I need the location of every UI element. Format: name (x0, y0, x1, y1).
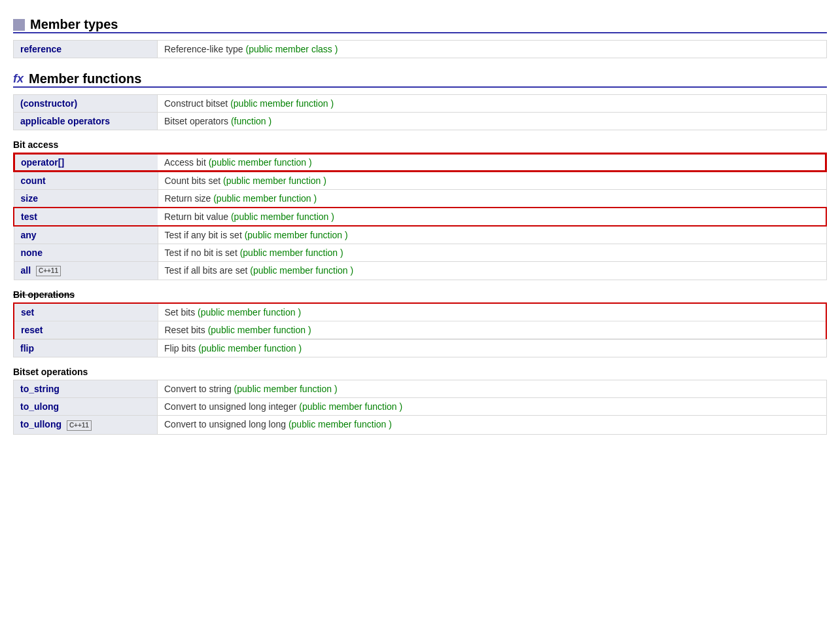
table-row: any Test if any bit is set (public membe… (14, 226, 826, 244)
func-desc: Reset bits (public member function ) (158, 321, 826, 339)
func-name[interactable]: flip (14, 340, 158, 357)
table-row: test Return bit value (public member fun… (14, 208, 826, 226)
cpp11-badge: C++11 (67, 420, 92, 431)
member-types-icon (13, 19, 25, 31)
table-row: count Count bits set (public member func… (14, 172, 826, 190)
bit-access-table: operator[] Access bit (public member fun… (13, 153, 827, 280)
table-row: set Set bits (public member function ) (14, 303, 826, 321)
func-label: (function ) (231, 116, 271, 126)
func-name[interactable]: operator[] (14, 153, 158, 172)
bit-access-title: Bit access (13, 139, 827, 150)
member-type-description: Reference-like type (public member class… (158, 41, 827, 58)
table-row: operator[] Access bit (public member fun… (14, 153, 826, 172)
table-row: flip Flip bits (public member function ) (14, 340, 827, 357)
func-label: (public member function ) (223, 175, 326, 186)
func-name[interactable]: any (14, 226, 158, 244)
func-desc: Convert to unsigned long integer (public… (158, 398, 827, 416)
func-name[interactable]: to_ullong C++11 (14, 416, 158, 434)
fx-icon: fx (13, 72, 24, 86)
func-desc: Convert to string (public member functio… (158, 380, 827, 398)
member-types-table: reference Reference-like type (public me… (13, 40, 827, 58)
func-label: (public member function ) (230, 98, 334, 109)
bit-operations-table-highlighted: set Set bits (public member function ) r… (13, 302, 827, 339)
member-type-label: (public member class ) (246, 44, 338, 54)
table-row: to_ulong Convert to unsigned long intege… (14, 398, 827, 416)
bitset-operations-table: to_string Convert to string (public memb… (13, 380, 827, 434)
func-label: (public member function ) (213, 193, 317, 204)
func-label: (public member function ) (234, 384, 338, 394)
top-functions-table: (constructor) Construct bitset (public m… (13, 94, 827, 130)
bit-operations-title: Bit operations (13, 289, 827, 300)
func-name[interactable]: count (14, 172, 158, 190)
func-desc: Access bit (public member function ) (158, 153, 826, 172)
func-name[interactable]: to_ulong (14, 398, 158, 416)
func-desc: Test if all bits are set (public member … (158, 262, 826, 280)
func-name[interactable]: to_string (14, 380, 158, 398)
func-name[interactable]: applicable operators (14, 113, 158, 130)
member-type-name[interactable]: reference (14, 41, 158, 58)
func-label: (public member function ) (299, 401, 402, 412)
func-label: (public member function ) (208, 325, 311, 335)
bitset-operations-title: Bitset operations (13, 367, 827, 377)
func-desc: Bitset operators (function ) (158, 113, 827, 130)
member-functions-heading: fx Member functions (13, 71, 827, 88)
member-functions-section: fx Member functions (constructor) Constr… (13, 71, 827, 435)
func-desc: Test if no bit is set (public member fun… (158, 244, 826, 262)
table-row: to_ullong C++11 Convert to unsigned long… (14, 416, 827, 434)
table-row: size Return size (public member function… (14, 190, 826, 208)
func-desc: Count bits set (public member function ) (158, 172, 826, 190)
func-label: (public member function ) (209, 157, 312, 168)
func-label: (public member function ) (245, 230, 348, 240)
table-row: applicable operators Bitset operators (f… (14, 113, 827, 130)
func-desc: Set bits (public member function ) (158, 303, 826, 321)
table-row: (constructor) Construct bitset (public m… (14, 95, 827, 113)
member-types-section: Member types reference Reference-like ty… (13, 17, 827, 58)
func-label: (public member function ) (250, 265, 353, 276)
func-desc: Test if any bit is set (public member fu… (158, 226, 826, 244)
func-label: (public member function ) (198, 343, 302, 354)
func-label: (public member function ) (231, 211, 334, 222)
table-row: all C++11 Test if all bits are set (publ… (14, 262, 826, 280)
member-types-heading: Member types (13, 17, 827, 33)
func-name[interactable]: none (14, 244, 158, 262)
bit-operations-table: flip Flip bits (public member function ) (13, 339, 827, 357)
func-name[interactable]: set (14, 303, 158, 321)
func-name[interactable]: size (14, 190, 158, 208)
func-desc: Convert to unsigned long long (public me… (158, 416, 827, 434)
page-container: Member types reference Reference-like ty… (0, 0, 840, 452)
func-desc: Construct bitset (public member function… (158, 95, 827, 113)
member-types-title: Member types (30, 17, 118, 32)
table-row: none Test if no bit is set (public membe… (14, 244, 826, 262)
func-name[interactable]: (constructor) (14, 95, 158, 113)
func-label: (public member function ) (198, 307, 301, 318)
member-functions-title: Member functions (29, 71, 141, 86)
table-row: to_string Convert to string (public memb… (14, 380, 827, 398)
func-name[interactable]: test (14, 208, 158, 226)
func-desc: Flip bits (public member function ) (158, 340, 827, 357)
func-desc: Return size (public member function ) (158, 190, 826, 208)
func-desc: Return bit value (public member function… (158, 208, 826, 226)
table-row: reset Reset bits (public member function… (14, 321, 826, 339)
func-name[interactable]: reset (14, 321, 158, 339)
func-name[interactable]: all C++11 (14, 262, 158, 280)
table-row: reference Reference-like type (public me… (14, 41, 827, 58)
func-label: (public member function ) (289, 419, 392, 429)
func-label: (public member function ) (240, 247, 343, 258)
cpp11-badge: C++11 (36, 266, 61, 276)
